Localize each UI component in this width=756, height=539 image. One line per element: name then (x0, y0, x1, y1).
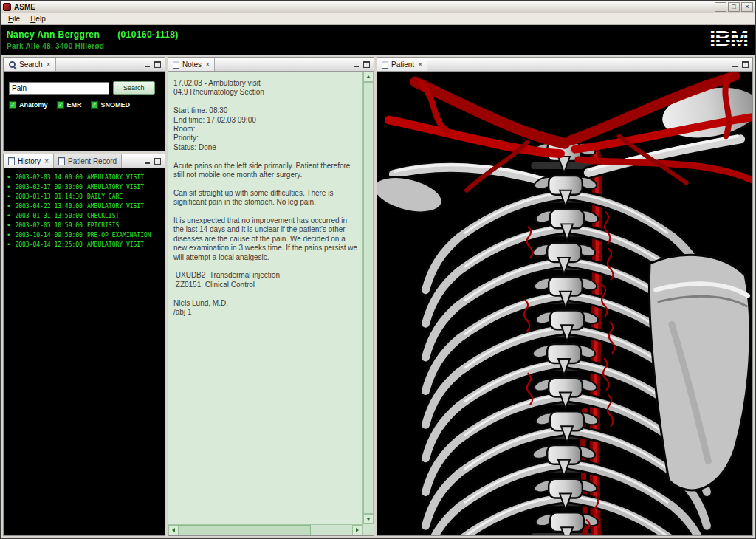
tab-history[interactable]: History × (4, 154, 54, 168)
vertical-scroll-thumb[interactable] (363, 82, 374, 514)
history-entry[interactable]: 2003-01-31 13:50:00 CHECKLIST (7, 211, 162, 221)
app-window: ASME _□× FileHelp Nancy Ann Berggren(010… (0, 0, 756, 539)
filter-label: EMR (67, 101, 82, 109)
menu-item[interactable]: File (3, 14, 25, 24)
history-entry-datetime: 2003-10-14 09:50:00 (15, 231, 83, 240)
history-entry-datetime: 2003-02-03 14:00:00 (15, 174, 83, 182)
close-tab-icon[interactable]: × (205, 61, 210, 69)
note-line: Can sit straight up with some difficulti… (173, 189, 357, 207)
search-filter: SNOMED (91, 101, 131, 109)
close-tab-icon[interactable]: × (44, 157, 49, 165)
app-icon (3, 3, 11, 11)
history-entry-type: EPICRISIS (87, 222, 119, 230)
history-entry[interactable]: 2003-02-05 10:59:00 EPICRISIS (7, 221, 162, 230)
notes-horizontal-scrollbar[interactable] (168, 524, 362, 535)
history-entry-type: AMBULATORY VISIT (87, 202, 144, 211)
note-line: Acute pains on the left side primarily. … (173, 162, 357, 180)
search-filters: Anatomy EMR SNOMED (9, 101, 159, 109)
note-line (173, 289, 357, 298)
maximize-view-icon[interactable] (363, 61, 370, 68)
patient-tab-icon (382, 61, 388, 69)
history-entry-type: AMBULATORY VISIT (87, 183, 144, 192)
history-entry[interactable]: 2003-01-13 01:14:30 DAILY CARE (7, 192, 162, 202)
minimize-view-icon[interactable] (353, 61, 360, 68)
notes-view: Notes × 17.02.03 - Ambulatory visit04.9 … (168, 57, 374, 536)
search-button[interactable]: Search (113, 81, 155, 95)
patient-name: Nancy Ann Berggren (7, 30, 100, 40)
patient-id: (010160-1118) (117, 30, 179, 40)
scroll-right-arrow[interactable] (352, 525, 362, 535)
scroll-down-arrow[interactable] (363, 514, 374, 524)
notes-vertical-scrollbar[interactable] (362, 72, 374, 524)
tab-patient-record[interactable]: Patient Record (54, 154, 122, 168)
scroll-left-arrow[interactable] (168, 525, 179, 535)
note-line: It is unexpected that no improvement has… (173, 216, 357, 262)
history-entry-datetime: 2003-02-17 09:30:00 (15, 183, 83, 192)
filter-checkbox[interactable] (57, 101, 64, 109)
notes-tab-icon (173, 61, 179, 69)
note-line: ZZ0151 Clinical Control (173, 281, 357, 289)
maximize-view-icon[interactable] (154, 158, 161, 165)
history-entry[interactable]: 2003-04-22 13:40:00 AMBULATORY VISIT (7, 202, 162, 211)
filter-checkbox[interactable] (9, 101, 16, 109)
note-line (173, 97, 357, 106)
filter-label: Anatomy (19, 101, 48, 109)
close-tab-icon[interactable]: × (47, 61, 51, 69)
history-entry-type: AMBULATORY VISIT (87, 174, 144, 182)
note-line: End time: 17.02.03 09:00 (173, 116, 357, 125)
note-line (173, 179, 357, 188)
note-line: Status: Done (173, 143, 357, 152)
minimize-button[interactable]: _ (715, 2, 726, 12)
horizontal-scroll-thumb[interactable] (179, 525, 311, 535)
history-entry[interactable]: 2003-02-17 09:30:00 AMBULATORY VISIT (7, 182, 162, 192)
minimize-view-icon[interactable] (144, 61, 151, 68)
close-tab-icon[interactable]: × (418, 61, 422, 69)
minimize-view-icon[interactable] (732, 61, 738, 68)
minimize-view-icon[interactable] (144, 158, 151, 165)
maximize-button[interactable]: □ (728, 2, 740, 12)
history-tab-icon (8, 157, 15, 165)
history-entry[interactable]: 2003-02-03 14:00:00 AMBULATORY VISIT (7, 173, 162, 182)
search-filter: Anatomy (9, 101, 48, 109)
scroll-up-arrow[interactable] (363, 72, 374, 82)
tab-notes[interactable]: Notes × (168, 58, 215, 71)
history-entry-type: AMBULATORY VISIT (87, 241, 144, 250)
history-entry-datetime: 2003-01-31 13:50:00 (15, 212, 83, 221)
history-view: History × Patient Record (3, 154, 165, 536)
title-bar: ASME _□× (1, 1, 755, 13)
menu-bar: FileHelp (1, 13, 755, 25)
note-line: Priority: (173, 134, 357, 143)
note-line: 17.02.03 - Ambulatory visit (173, 79, 357, 88)
history-entry-type: DAILY CARE (87, 193, 123, 202)
history-entry-datetime: 2003-04-22 13:40:00 (15, 202, 83, 211)
tab-patient[interactable]: Patient × (377, 58, 427, 71)
note-line: Room: (173, 125, 357, 134)
window-controls: _□× (715, 2, 753, 12)
notes-editor[interactable]: 17.02.03 - Ambulatory visit04.9 Rheumato… (168, 72, 362, 524)
menu-item[interactable]: Help (25, 14, 51, 24)
scrollbar-corner (362, 524, 374, 535)
note-line (173, 262, 357, 271)
anatomy-rendering[interactable] (377, 72, 752, 535)
main-area: Search × Search (1, 55, 755, 538)
history-entry-type: CHECKLIST (87, 212, 119, 221)
maximize-view-icon[interactable] (742, 61, 749, 68)
ibm-logo: IBM (709, 28, 748, 52)
maximize-view-icon[interactable] (154, 61, 161, 68)
history-entry-datetime: 2003-01-13 01:14:30 (15, 193, 83, 202)
note-line (173, 207, 357, 216)
tab-search[interactable]: Search × (4, 58, 56, 71)
history-entry[interactable]: 2003-04-14 12:25:00 AMBULATORY VISIT (7, 240, 162, 250)
filter-checkbox[interactable] (91, 101, 98, 109)
close-button[interactable]: × (741, 2, 753, 12)
history-entry-datetime: 2003-02-05 10:59:00 (15, 222, 83, 230)
search-input[interactable] (9, 82, 109, 95)
note-line: Niels Lund, M.D. (173, 299, 357, 308)
search-filter: EMR (57, 101, 82, 109)
search-tab-icon (8, 61, 16, 69)
history-entry[interactable]: 2003-10-14 09:50:00 PRE-OP EXAMINATION (7, 230, 162, 240)
patient-address: Park Alle 48, 3400 Hillerød (7, 42, 179, 50)
patient-header: Nancy Ann Berggren(010160-1118) Park All… (1, 25, 755, 55)
history-entry-datetime: 2003-04-14 12:25:00 (15, 241, 83, 250)
note-line: 04.9 Rheumatology Section (173, 88, 357, 97)
